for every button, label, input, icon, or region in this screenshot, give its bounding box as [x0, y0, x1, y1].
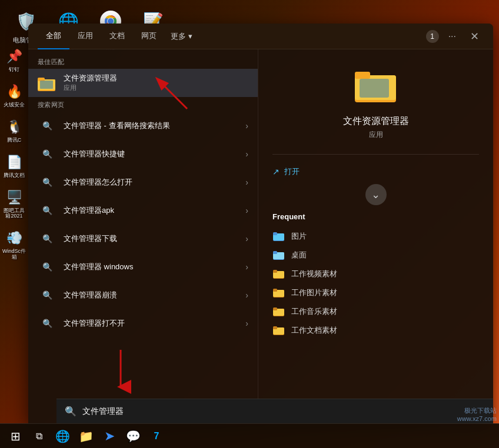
licon-qq[interactable]: 🐧 腾讯C — [1, 114, 27, 146]
arrow-icon-8: › — [245, 319, 248, 328]
search-icon: 🔍 — [65, 406, 76, 417]
start-button[interactable]: ⊞ — [5, 426, 26, 447]
taskbar-arrow[interactable]: ➤ — [99, 426, 120, 447]
tab-doc[interactable]: 文档 — [101, 24, 133, 49]
tab-app[interactable]: 应用 — [69, 24, 101, 49]
frequent-pictures[interactable]: 图片 — [272, 227, 479, 246]
licon-fire[interactable]: 🔥 火绒安全 — [1, 79, 27, 111]
svg-rect-23 — [273, 289, 277, 292]
open-label: 打开 — [284, 166, 300, 177]
arrow-icon-3: › — [245, 178, 248, 187]
detail-pane: 文件资源管理器 应用 ↗ 打开 ⌄ Frequent — [258, 49, 493, 423]
arrow-icon-1: › — [245, 121, 248, 131]
web-result-4-title: 文件管理器apk — [64, 206, 238, 216]
best-match-item[interactable]: 文件资源管理器 应用 — [28, 69, 258, 97]
web-result-6[interactable]: 🔍 文件管理器 windows › — [28, 253, 258, 281]
workdoc-label: 工作文档素材 — [291, 325, 337, 336]
taskbar-folder[interactable]: 📁 — [75, 426, 97, 447]
arrow-icon-5: › — [245, 234, 248, 243]
more-options-button[interactable]: ··· — [446, 29, 458, 44]
scroll-indicator[interactable]: ⌄ — [365, 184, 387, 205]
web-result-6-title: 文件管理器 windows — [64, 262, 238, 272]
workvideo-label: 工作视频素材 — [291, 269, 337, 279]
left-sidebar-icons: 📌 钉钉 🔥 火绒安全 🐧 腾讯C 📄 腾讯文档 🖥️ 图吧工具箱2021 💨 … — [0, 41, 28, 265]
frequent-label: Frequent — [272, 212, 479, 221]
svg-rect-7 — [40, 81, 53, 89]
open-icon: ↗ — [272, 167, 280, 176]
arrow-icon-7: › — [245, 290, 248, 300]
desktop: 🛡️ 电脑管家 🌐 360极速浏览器X — [0, 0, 499, 448]
close-button[interactable]: ✕ — [465, 28, 484, 45]
web-result-1[interactable]: 🔍 文件管理器 - 查看网络搜索结果 › — [28, 112, 258, 140]
search-icon-8: 🔍 — [38, 314, 56, 333]
detail-divider — [272, 154, 479, 155]
licon-pin[interactable]: 📌 钉钉 — [1, 44, 27, 75]
desktop-folder-icon — [272, 249, 285, 262]
frequent-workvideo[interactable]: 工作视频素材 — [272, 265, 479, 283]
svg-rect-29 — [273, 326, 277, 329]
search-icon-2: 🔍 — [38, 145, 56, 163]
web-search-label: 搜索网页 — [28, 97, 258, 112]
taskbar-7[interactable]: 7 — [146, 426, 167, 447]
licon-wind[interactable]: 💨 WindSc件箱 — [1, 225, 27, 263]
workvideo-folder-icon — [272, 268, 285, 280]
web-result-8[interactable]: 🔍 文件管理器打不开 › — [28, 309, 258, 337]
svg-rect-26 — [273, 307, 277, 310]
svg-rect-14 — [273, 232, 277, 235]
chevron-down-icon: ⌄ — [371, 188, 380, 201]
pictures-folder-icon — [272, 230, 285, 243]
web-result-4[interactable]: 🔍 文件管理器apk › — [28, 196, 258, 225]
svg-rect-10 — [355, 72, 370, 79]
frequent-workpic[interactable]: 工作图片素材 — [272, 283, 479, 302]
detail-type: 应用 — [272, 130, 479, 140]
frequent-workmusic[interactable]: 工作音乐素材 — [272, 302, 479, 321]
web-result-5-title: 文件管理器下载 — [64, 234, 238, 244]
taskbar: ⊞ ⧉ 🌐 📁 ➤ 💬 7 — [0, 423, 499, 448]
search-input[interactable] — [82, 407, 485, 416]
licon-imgbar[interactable]: 🖥️ 图吧工具箱2021 — [1, 185, 27, 222]
search-bar: 🔍 — [56, 399, 493, 423]
best-match-title: 文件资源管理器 — [64, 73, 248, 83]
chevron-down-icon: ▾ — [188, 32, 192, 41]
svg-rect-17 — [273, 251, 277, 254]
web-result-1-title: 文件管理器 - 查看网络搜索结果 — [64, 121, 238, 131]
tab-more[interactable]: 更多 ▾ — [165, 31, 198, 42]
detail-folder-icon — [352, 61, 400, 108]
frequent-desktop[interactable]: 桌面 — [272, 246, 479, 265]
search-icon-6: 🔍 — [38, 258, 56, 276]
search-icon-7: 🔍 — [38, 286, 56, 305]
workmusic-label: 工作音乐素材 — [291, 306, 337, 317]
search-icon-4: 🔍 — [38, 201, 56, 220]
search-icon-3: 🔍 — [38, 173, 56, 192]
panel-body: 最佳匹配 文件资源管理器 应用 — [28, 49, 493, 423]
web-result-3[interactable]: 🔍 文件管理器怎么打开 › — [28, 168, 258, 196]
web-result-7-title: 文件管理器崩溃 — [64, 290, 238, 300]
workdoc-folder-icon — [272, 324, 285, 337]
workpic-label: 工作图片素材 — [291, 287, 337, 298]
watermark-line1: 极光下载站 — [457, 406, 497, 415]
taskbar-edge[interactable]: 🌐 — [52, 426, 73, 447]
arrow-icon-2: › — [245, 149, 248, 159]
result-count: 1 — [426, 30, 439, 43]
search-panel: 全部 应用 文档 网页 更多 ▾ 1 ··· ✕ 最佳匹配 — [28, 24, 493, 423]
header-right: 1 ··· ✕ — [426, 28, 484, 45]
open-action[interactable]: ↗ 打开 — [272, 164, 479, 179]
web-result-3-title: 文件管理器怎么打开 — [64, 178, 238, 188]
frequent-workdoc[interactable]: 工作文档素材 — [272, 321, 479, 340]
best-match-subtitle: 应用 — [64, 83, 248, 92]
web-result-7[interactable]: 🔍 文件管理器崩溃 › — [28, 281, 258, 309]
web-result-2[interactable]: 🔍 文件管理器快捷键 › — [28, 140, 258, 168]
file-explorer-icon — [38, 73, 56, 92]
tab-web[interactable]: 网页 — [133, 24, 165, 49]
desktop-label: 桌面 — [291, 250, 307, 260]
workmusic-folder-icon — [272, 305, 285, 318]
tab-all[interactable]: 全部 — [38, 24, 69, 49]
task-view-button[interactable]: ⧉ — [28, 426, 49, 447]
web-result-5[interactable]: 🔍 文件管理器下载 › — [28, 225, 258, 253]
watermark: 极光下载站 www.xz7.com — [457, 406, 497, 422]
licon-tencent[interactable]: 📄 腾讯文档 — [1, 149, 27, 181]
detail-title: 文件资源管理器 — [272, 115, 479, 128]
best-match-text: 文件资源管理器 应用 — [64, 73, 248, 92]
taskbar-wechat[interactable]: 💬 — [122, 426, 144, 447]
arrow-icon-6: › — [245, 262, 248, 272]
